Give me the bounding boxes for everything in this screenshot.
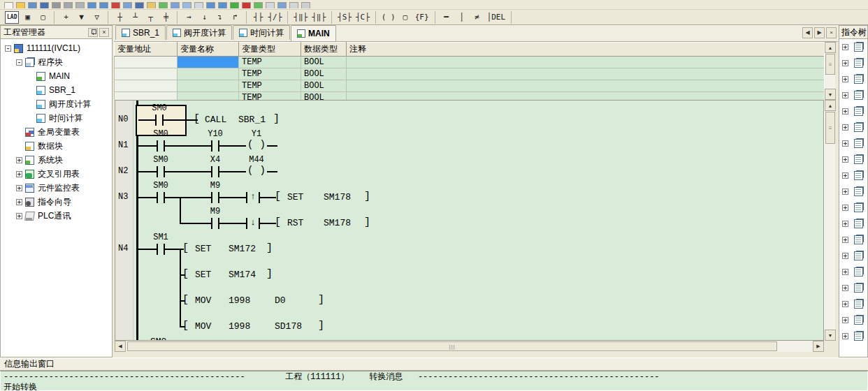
- instr-arg[interactable]: 1998: [229, 295, 250, 306]
- clipped-toolbar-icon[interactable]: [159, 2, 168, 8]
- cell-comment[interactable]: [347, 57, 825, 68]
- clipped-toolbar-icon[interactable]: [301, 2, 310, 8]
- cell-name[interactable]: [178, 92, 239, 101]
- tab-SBR_1[interactable]: SBR_1: [115, 25, 166, 40]
- instr-arg[interactable]: SBR_1: [238, 115, 266, 125]
- clipped-toolbar-icon[interactable]: [266, 2, 275, 8]
- tab-scroll-right-icon[interactable]: ▶: [814, 27, 825, 38]
- table-row[interactable]: TEMPBOOL: [115, 80, 825, 92]
- tree-expander[interactable]: +: [842, 156, 848, 163]
- ladder-tool-button[interactable]: {F}: [414, 11, 431, 24]
- column-header[interactable]: 注释: [347, 43, 825, 57]
- instruction-tree-item[interactable]: +: [839, 216, 867, 232]
- sidebar-item-project[interactable]: -111111(IVC1L): [1, 41, 112, 55]
- tree-expander[interactable]: +: [842, 237, 848, 243]
- sidebar-item-subprogram[interactable]: SBR_1: [1, 83, 112, 97]
- tree-expander[interactable]: +: [16, 157, 22, 163]
- sidebar-item-system-block[interactable]: +系统块: [1, 153, 112, 167]
- ladder-tool-button[interactable]: ▢: [36, 11, 50, 24]
- contact-m9[interactable]: M9: [203, 216, 227, 231]
- tree-expander[interactable]: +: [842, 44, 848, 50]
- sidebar-item-cross-ref-table[interactable]: +交叉引用表: [1, 167, 112, 181]
- cell-var_type[interactable]: TEMP: [239, 68, 301, 80]
- scroll-up-icon[interactable]: ▲: [825, 42, 836, 53]
- tree-expander[interactable]: +: [842, 333, 848, 339]
- cell-data_type[interactable]: BOOL: [301, 92, 347, 101]
- instr-arg[interactable]: 1998: [229, 321, 250, 332]
- cell-comment[interactable]: [347, 68, 825, 80]
- column-header[interactable]: 变量名称: [178, 43, 239, 57]
- ladder-vscrollbar[interactable]: ▲ ≡ ▼: [824, 100, 835, 341]
- tree-expander[interactable]: +: [842, 172, 848, 179]
- clipped-toolbar-icon[interactable]: [4, 2, 13, 8]
- variable-grid-vscrollbar[interactable]: ▲ ≡ ▼: [824, 42, 835, 100]
- scroll-up-icon[interactable]: ▲: [825, 100, 836, 111]
- instr-arg[interactable]: SM178: [324, 218, 351, 228]
- cell-addr[interactable]: [115, 80, 178, 92]
- instruction-tree-item[interactable]: +: [839, 328, 867, 344]
- instruction-tree-item[interactable]: +: [839, 39, 867, 55]
- tree-expander[interactable]: +: [842, 92, 848, 98]
- ladder-tool-button[interactable]: ▼: [74, 11, 88, 24]
- cell-data_type[interactable]: BOOL: [301, 80, 347, 92]
- cell-comment[interactable]: [347, 80, 825, 92]
- instr-op[interactable]: MOV: [195, 295, 211, 306]
- sidebar-item-monitor-table[interactable]: +元件监控表: [1, 181, 112, 195]
- ladder-tool-button[interactable]: ┤/├: [266, 11, 283, 24]
- instr-op[interactable]: CALL: [205, 115, 226, 125]
- cell-addr[interactable]: [115, 92, 178, 101]
- ladder-tool-button[interactable]: ┬: [143, 11, 157, 24]
- instruction-tree-item[interactable]: +: [839, 168, 867, 184]
- instruction-tree-item[interactable]: +: [839, 264, 867, 280]
- clipped-toolbar-icon[interactable]: [135, 2, 144, 8]
- column-header[interactable]: 数据类型: [301, 43, 347, 57]
- clipped-toolbar-icon[interactable]: [16, 2, 25, 8]
- tree-expander[interactable]: +: [842, 108, 848, 115]
- clipped-toolbar-icon[interactable]: [194, 2, 203, 8]
- clipped-toolbar-icon[interactable]: [75, 2, 85, 8]
- cell-addr[interactable]: [115, 68, 178, 80]
- instr-op[interactable]: RST: [287, 218, 303, 228]
- ladder-canvas[interactable]: N0 N1 N2 N3 N4 SM0 [ CALL SBR_1 ]: [115, 100, 824, 341]
- ladder-tool-button[interactable]: ↴: [212, 11, 226, 24]
- clipped-toolbar-icon[interactable]: [147, 2, 156, 8]
- tree-expander[interactable]: -: [16, 59, 22, 66]
- tree-expander[interactable]: +: [842, 205, 848, 211]
- table-row[interactable]: TEMPBOOL: [115, 57, 825, 68]
- cell-name[interactable]: [178, 68, 239, 80]
- contact-x4[interactable]: X4: [203, 164, 227, 179]
- instr-op[interactable]: SET: [287, 192, 303, 202]
- clipped-toolbar-icon[interactable]: [40, 2, 49, 8]
- coil-y1[interactable]: Y1 (): [244, 138, 269, 154]
- contact-y10[interactable]: Y10: [203, 138, 227, 154]
- clipped-toolbar-icon[interactable]: [218, 2, 227, 8]
- tab-MAIN[interactable]: MAIN: [291, 25, 336, 41]
- ladder-tool-button[interactable]: │DEL: [486, 11, 507, 24]
- pin-icon[interactable]: [88, 28, 98, 37]
- instruction-tree-item[interactable]: +: [839, 280, 867, 296]
- instruction-tree-item[interactable]: +: [839, 135, 867, 152]
- tab-close-icon[interactable]: ×: [826, 27, 837, 38]
- clipped-toolbar-icon[interactable]: [111, 2, 120, 8]
- scrollbar-thumb[interactable]: ≡: [825, 112, 835, 144]
- tree-expander[interactable]: +: [842, 317, 848, 323]
- ladder-tool-button[interactable]: ┼: [113, 11, 126, 24]
- instruction-tree-item[interactable]: +: [839, 296, 867, 312]
- ladder-tool-button[interactable]: │: [455, 11, 469, 24]
- clipped-toolbar-icon[interactable]: [230, 2, 239, 8]
- tree-expander[interactable]: +: [842, 60, 848, 66]
- tree-expander[interactable]: +: [842, 124, 848, 131]
- contact-sm0[interactable]: SM0: [149, 190, 173, 205]
- tree-expander[interactable]: +: [16, 185, 22, 191]
- clipped-toolbar-icon[interactable]: [289, 2, 298, 8]
- instruction-tree-item[interactable]: +: [839, 103, 867, 119]
- clipped-toolbar-icon[interactable]: [28, 2, 37, 8]
- instruction-tree-item[interactable]: +: [839, 119, 867, 135]
- cell-name[interactable]: [178, 80, 239, 92]
- clipped-toolbar-icon[interactable]: [206, 2, 215, 8]
- clipped-toolbar-icon[interactable]: [99, 2, 108, 8]
- ladder-tool-button[interactable]: →: [182, 11, 196, 24]
- tree-expander[interactable]: -: [5, 45, 11, 52]
- sidebar-item-data-block[interactable]: 数据块: [1, 139, 112, 153]
- instruction-tree-item[interactable]: +: [839, 55, 867, 71]
